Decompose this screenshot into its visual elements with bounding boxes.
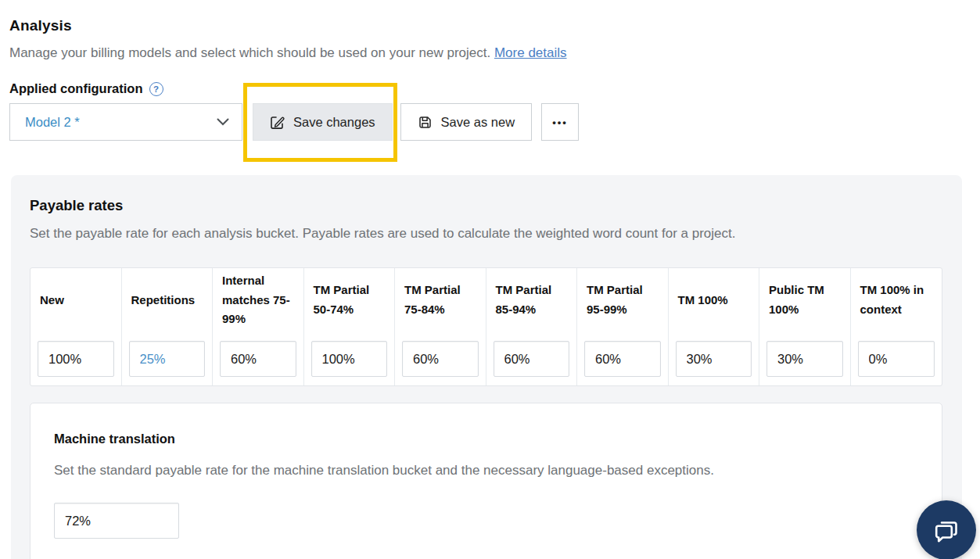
column-header: TM 100% in context xyxy=(851,268,942,332)
page-subtitle: Manage your billing models and select wh… xyxy=(9,45,980,61)
machine-translation-rate-input[interactable] xyxy=(54,503,179,539)
page-title: Analysis xyxy=(9,17,980,34)
rate-cell xyxy=(122,332,214,385)
chat-bubbles-icon xyxy=(931,514,962,546)
rate-input[interactable] xyxy=(311,341,388,377)
rate-input[interactable] xyxy=(220,341,296,377)
column-header: Repetitions xyxy=(122,268,214,332)
rate-input[interactable] xyxy=(858,341,935,377)
rate-input[interactable] xyxy=(129,341,206,377)
help-icon[interactable]: ? xyxy=(149,82,163,96)
save-changes-label: Save changes xyxy=(293,115,375,130)
applied-configuration-label: Applied configuration xyxy=(9,81,143,96)
rate-cell xyxy=(213,332,304,385)
rate-cell xyxy=(759,332,851,385)
payable-rates-title: Payable rates xyxy=(30,197,943,214)
rate-input[interactable] xyxy=(766,341,843,377)
rate-input[interactable] xyxy=(584,341,661,377)
analysis-settings-page: Analysis Manage your billing models and … xyxy=(0,0,980,559)
payable-rates-description: Set the payable rate for each analysis b… xyxy=(30,226,943,242)
rate-input[interactable] xyxy=(38,341,114,377)
payable-rates-card: Payable rates Set the payable rate for e… xyxy=(11,175,962,559)
more-details-link[interactable]: More details xyxy=(494,45,567,60)
save-as-new-label: Save as new xyxy=(441,115,515,130)
save-as-new-button[interactable]: Save as new xyxy=(400,103,532,141)
column-header: TM Partial 50-74% xyxy=(304,268,396,332)
more-options-button[interactable]: ••• xyxy=(541,103,579,141)
chevron-down-icon xyxy=(217,118,229,126)
column-header: TM Partial 95-99% xyxy=(577,268,669,332)
save-icon xyxy=(418,115,433,130)
column-header: Public TM 100% xyxy=(759,268,851,332)
machine-translation-title: Machine translation xyxy=(54,432,918,446)
rate-cell xyxy=(31,332,122,385)
ellipsis-icon: ••• xyxy=(552,116,568,128)
rate-input[interactable] xyxy=(676,341,752,377)
applied-configuration-section: Applied configuration ? Model 2 * Save c… xyxy=(0,61,980,141)
rate-cell xyxy=(851,332,942,385)
configuration-controls: Model 2 * Save changes Save as new xyxy=(9,103,980,141)
rate-cell xyxy=(395,332,486,385)
page-header: Analysis Manage your billing models and … xyxy=(0,0,980,61)
machine-translation-card: Machine translation Set the standard pay… xyxy=(30,403,942,559)
model-select[interactable]: Model 2 * xyxy=(9,103,242,141)
edit-icon xyxy=(270,115,285,130)
rate-cell xyxy=(304,332,396,385)
rate-cell xyxy=(669,332,760,385)
machine-translation-description: Set the standard payable rate for the ma… xyxy=(54,463,918,478)
column-header: TM Partial 75-84% xyxy=(395,268,486,332)
subtitle-text: Manage your billing models and select wh… xyxy=(9,45,490,60)
rate-input[interactable] xyxy=(402,341,479,377)
payable-rates-table: New Repetitions Internal matches 75-99% … xyxy=(30,267,942,386)
column-header: New xyxy=(31,268,122,332)
column-header: TM Partial 85-94% xyxy=(486,268,578,332)
column-header: Internal matches 75-99% xyxy=(213,268,304,332)
column-header: TM 100% xyxy=(669,268,760,332)
selected-model-label: Model 2 * xyxy=(25,115,80,130)
chat-widget-button[interactable] xyxy=(917,500,976,559)
rate-input[interactable] xyxy=(494,341,570,377)
rate-cell xyxy=(486,332,578,385)
rate-cell xyxy=(577,332,669,385)
save-changes-button[interactable]: Save changes xyxy=(253,103,393,141)
